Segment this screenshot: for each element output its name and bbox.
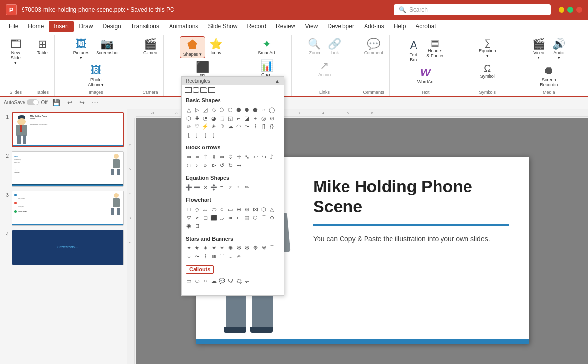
fc-display[interactable]: ⌒	[260, 214, 268, 221]
arrow-curveddown[interactable]: ↪	[260, 153, 268, 161]
callout-accent[interactable]: 🗯	[235, 277, 243, 285]
menu-view[interactable]: View	[300, 21, 322, 32]
shape-leftbracket[interactable]: [	[185, 131, 193, 139]
rect-parallelogram[interactable]	[208, 87, 215, 93]
menu-developer[interactable]: Developer	[322, 21, 359, 32]
fc-preparation[interactable]: ⬡	[251, 214, 259, 221]
slide-preview-3[interactable]: Title & Slide Using proceduresDoing thin…	[12, 191, 124, 226]
eq-approx[interactable]: ≈	[235, 183, 243, 191]
menu-home[interactable]: Home	[23, 21, 49, 32]
audio-button[interactable]: 🔊 Audio▾	[549, 36, 568, 62]
menu-insert[interactable]: Insert	[49, 21, 74, 32]
shape-wave[interactable]: 〜	[243, 122, 251, 130]
star8[interactable]: ✴	[218, 244, 226, 252]
shape-chord[interactable]: ◔	[201, 114, 209, 122]
shape-halfframe[interactable]: ◱	[226, 114, 234, 122]
symbol-button[interactable]: Ω Symbol	[477, 61, 498, 80]
menu-help[interactable]: Help	[389, 21, 411, 32]
fc-terminator[interactable]: ⬭	[210, 205, 218, 213]
star10[interactable]: ✺	[226, 244, 234, 252]
shape-decagon[interactable]: ⬟	[251, 106, 259, 114]
menu-animations[interactable]: Animations	[164, 21, 203, 32]
table-button[interactable]: ⊞ Table	[33, 36, 51, 57]
qa-more-button[interactable]: ⋯	[90, 98, 100, 107]
shape-bracketpair[interactable]: []	[260, 122, 268, 130]
zoom-button[interactable]: 🔍 Zoom	[305, 36, 324, 57]
search-box[interactable]: 🔍 Search	[394, 4, 551, 15]
callout-border[interactable]: 🗩	[243, 277, 251, 285]
header-footer-button[interactable]: ▤ Header& Footer	[423, 36, 446, 60]
shape-bracepair[interactable]: {}	[268, 122, 276, 130]
link-button[interactable]: 🔗 Link	[325, 36, 344, 57]
arrow-striped[interactable]: ⇢	[235, 161, 243, 169]
arrow-right[interactable]: ⇒	[185, 153, 193, 161]
icons-button[interactable]: ⭐ Icons	[206, 36, 225, 57]
fc-intern[interactable]: ⊡	[193, 222, 201, 230]
eq-minus[interactable]: ➖	[193, 183, 201, 191]
callout-oval[interactable]: ○	[201, 277, 209, 285]
shape-donut[interactable]: ◎	[260, 114, 268, 122]
slide-preview-2[interactable]: Name Some text hereMore informationDetai…	[12, 151, 124, 187]
shapes-button[interactable]: ⬟ Shapes ▾	[180, 36, 205, 58]
shape-ellipse[interactable]: ◯	[268, 106, 276, 114]
fc-collate[interactable]: ⋈	[251, 205, 259, 213]
arrow-u[interactable]: ⤴	[268, 153, 276, 161]
menu-record[interactable]: Record	[242, 21, 271, 32]
eq-multiply[interactable]: ✕	[201, 183, 209, 191]
arrow-left[interactable]: ⇐	[193, 153, 201, 161]
star4[interactable]: ✦	[185, 244, 193, 252]
arrow-chevron[interactable]: ›	[193, 161, 201, 169]
star5[interactable]: ★	[193, 244, 201, 252]
shape-moon[interactable]: ☽	[218, 122, 226, 130]
shape-arc[interactable]: ◠	[235, 122, 243, 130]
menu-addins[interactable]: Add-ins	[359, 21, 389, 32]
dropdown-scroll-up[interactable]: ▲	[275, 78, 280, 84]
shape-cross[interactable]: ✚	[193, 114, 201, 122]
scrolldown[interactable]: ⌣	[185, 252, 193, 260]
menu-design[interactable]: Design	[98, 21, 125, 32]
save-button[interactable]: 💾	[50, 98, 62, 107]
fc-decision[interactable]: ◇	[193, 205, 201, 213]
menu-transitions[interactable]: Transitions	[126, 21, 164, 32]
arrow-updown[interactable]: ⇕	[226, 153, 234, 161]
fc-database[interactable]: ⬛	[210, 214, 218, 221]
shape-diagonal[interactable]: ◪	[243, 114, 251, 122]
rect-shape[interactable]	[185, 87, 192, 93]
callout-line2[interactable]: 🗨	[226, 277, 234, 285]
fc-sort[interactable]: ⬡	[260, 205, 268, 213]
star32[interactable]: ❋	[260, 244, 268, 252]
screenshot-button[interactable]: 📷 Screenshot	[93, 36, 122, 57]
shape-sun[interactable]: ☀	[210, 122, 218, 130]
star24[interactable]: ❊	[251, 244, 259, 252]
fc-magtape[interactable]: ◉	[185, 222, 193, 230]
shape-heart[interactable]: ♡	[193, 122, 201, 130]
equation-button[interactable]: ∑ Equation▾	[476, 36, 499, 60]
fc-or[interactable]: ⊗	[243, 205, 251, 213]
shape-isosceles[interactable]: ▷	[193, 106, 201, 114]
new-slide-button[interactable]: 🗔 NewSlide ▾	[6, 36, 25, 67]
menu-draw[interactable]: Draw	[74, 21, 98, 32]
menu-file[interactable]: File	[4, 21, 23, 32]
shape-leftbrace[interactable]: {	[201, 131, 209, 139]
fc-document[interactable]: ◡	[218, 214, 226, 221]
shape-lightning[interactable]: ⚡	[201, 122, 209, 130]
arrow-up[interactable]: ⇑	[201, 153, 209, 161]
eq-pencil[interactable]: ✏	[243, 183, 251, 191]
cameo-button[interactable]: 🎬 Cameo	[140, 36, 160, 57]
star6[interactable]: ✶	[201, 244, 209, 252]
eq-divide[interactable]: ➗	[210, 183, 218, 191]
slide-panel[interactable]: 1 Mike Holding PhoneScene	[0, 109, 127, 364]
fc-delay[interactable]: ⊏	[235, 214, 243, 221]
callout-round[interactable]: ⬭	[193, 277, 201, 285]
wave1[interactable]: ⌇	[201, 252, 209, 260]
slide-thumb-3[interactable]: 3 Title & Slide Using procedures	[3, 191, 124, 226]
shape-noentry[interactable]: ⊘	[268, 114, 276, 122]
shape-hexagon[interactable]: ⬡	[226, 106, 234, 114]
comment-button[interactable]: 💬 Comment	[361, 36, 386, 57]
arrow-notched[interactable]: ⇰	[185, 161, 193, 169]
eq-plus[interactable]: ➕	[185, 183, 193, 191]
shape-pentagon[interactable]: ⬠	[218, 106, 226, 114]
arrow-diagonal[interactable]: ⤡	[243, 153, 251, 161]
slide-thumb-1[interactable]: 1 Mike Holding PhoneScene	[3, 112, 124, 147]
close-button[interactable]	[576, 7, 582, 13]
